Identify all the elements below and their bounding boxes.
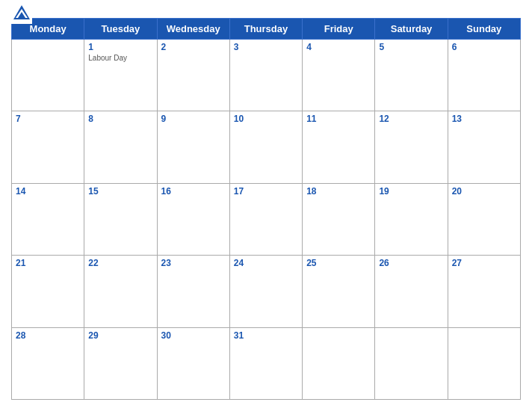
day-number: 21 (16, 258, 80, 268)
calendar-header (11, 7, 521, 18)
calendar-cell: 16 (157, 183, 229, 255)
day-number: 15 (88, 186, 152, 197)
calendar-cell: 26 (375, 256, 448, 327)
calendar-cell: 15 (84, 183, 157, 255)
day-number: 20 (452, 186, 516, 197)
day-number: 29 (88, 330, 152, 341)
calendar-cell: 19 (375, 183, 448, 255)
calendar-week-row: 14151617181920 (12, 183, 521, 255)
calendar-cell: 25 (303, 256, 375, 327)
calendar-week-row: 1Labour Day23456 (12, 40, 521, 111)
calendar-cell: 1Labour Day (84, 40, 157, 111)
calendar-cell: 6 (448, 40, 520, 111)
day-number: 6 (452, 42, 516, 52)
weekday-header: Tuesday (84, 19, 157, 40)
day-number: 19 (379, 186, 443, 197)
day-number: 13 (452, 114, 516, 124)
day-number: 12 (379, 114, 443, 124)
calendar-cell: 10 (229, 111, 302, 183)
day-number: 5 (379, 42, 443, 52)
logo (11, 3, 34, 24)
day-number: 22 (88, 258, 152, 268)
calendar-cell: 9 (157, 111, 229, 183)
day-number: 18 (306, 186, 371, 197)
weekday-header: Wednesday (157, 19, 229, 40)
calendar-cell: 20 (448, 183, 520, 255)
calendar-week-row: 21222324252627 (12, 256, 521, 327)
day-number: 10 (234, 114, 298, 124)
day-number: 28 (16, 330, 80, 341)
weekday-header: Thursday (229, 19, 302, 40)
calendar-week-row: 78910111213 (12, 111, 521, 183)
calendar-table: MondayTuesdayWednesdayThursdayFridaySatu… (11, 18, 521, 400)
day-number: 23 (161, 258, 226, 268)
calendar-cell: 17 (229, 183, 302, 255)
calendar-cell: 13 (448, 111, 520, 183)
day-number: 1 (88, 42, 152, 52)
calendar-cell: 18 (303, 183, 375, 255)
calendar-cell: 7 (12, 111, 84, 183)
day-number: 8 (88, 114, 152, 124)
day-number: 24 (234, 258, 298, 268)
calendar-body: 1Labour Day23456789101112131415161718192… (12, 40, 521, 400)
day-number: 14 (16, 186, 80, 197)
weekday-header: Friday (303, 19, 375, 40)
holiday-label: Labour Day (88, 54, 152, 62)
calendar-cell: 3 (229, 40, 302, 111)
calendar-cell: 27 (448, 256, 520, 327)
calendar-cell: 23 (157, 256, 229, 327)
calendar-cell (448, 327, 520, 399)
day-number: 3 (234, 42, 298, 52)
calendar-cell: 22 (84, 256, 157, 327)
day-number: 30 (161, 330, 226, 341)
calendar-cell: 14 (12, 183, 84, 255)
calendar-cell (375, 327, 448, 399)
calendar-cell: 11 (303, 111, 375, 183)
calendar-header-row: MondayTuesdayWednesdayThursdayFridaySatu… (12, 19, 521, 40)
calendar-cell: 4 (303, 40, 375, 111)
day-number: 27 (452, 258, 516, 268)
day-number: 2 (161, 42, 226, 52)
calendar-cell: 2 (157, 40, 229, 111)
calendar-cell: 30 (157, 327, 229, 399)
calendar-cell: 31 (229, 327, 302, 399)
weekday-row: MondayTuesdayWednesdayThursdayFridaySatu… (12, 19, 521, 40)
day-number: 25 (306, 258, 371, 268)
day-number: 31 (234, 330, 298, 341)
day-number: 9 (161, 114, 226, 124)
calendar-cell: 5 (375, 40, 448, 111)
calendar-cell: 8 (84, 111, 157, 183)
calendar-cell: 28 (12, 327, 84, 399)
weekday-header: Saturday (375, 19, 448, 40)
day-number: 11 (306, 114, 371, 124)
calendar-cell: 21 (12, 256, 84, 327)
day-number: 17 (234, 186, 298, 197)
calendar-cell: 12 (375, 111, 448, 183)
weekday-header: Sunday (448, 19, 520, 40)
day-number: 7 (16, 114, 80, 124)
calendar-cell: 29 (84, 327, 157, 399)
calendar-cell (303, 327, 375, 399)
calendar-cell: 24 (229, 256, 302, 327)
day-number: 4 (306, 42, 371, 52)
day-number: 26 (379, 258, 443, 268)
calendar-week-row: 28293031 (12, 327, 521, 399)
calendar-cell (12, 40, 84, 111)
day-number: 16 (161, 186, 226, 197)
logo-icon (11, 3, 32, 24)
